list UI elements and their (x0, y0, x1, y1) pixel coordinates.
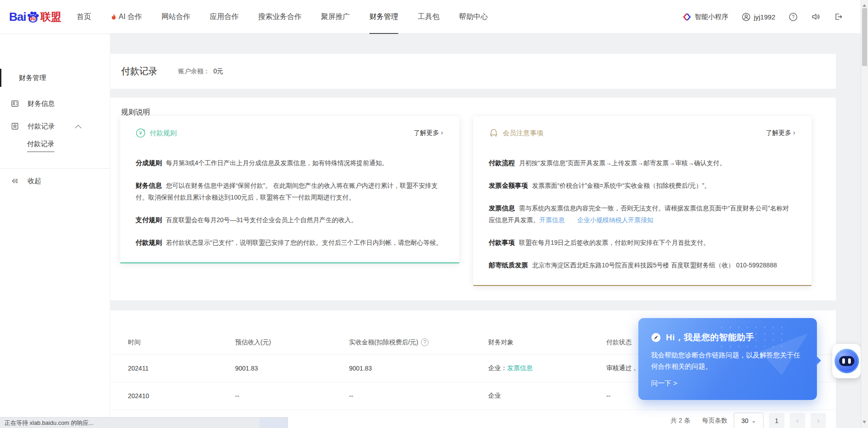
announcement-button[interactable] (811, 12, 820, 21)
rule-paragraph: 邮寄纸质发票北京市海淀区西北旺东路10号院百度科技园5号楼 百度联盟财务组（收）… (489, 259, 795, 271)
baidu-union-finance-page: Bai du 联盟 首页AI 合作网站合作应用合作搜索业务合作聚屏推广财务管理工… (0, 0, 868, 428)
current-page-button[interactable]: 1 (769, 413, 784, 428)
rule-paragraph-text: 月初按“发票信息”页面开具发票→上传发票→邮寄发票→审核→确认支付。 (519, 159, 726, 166)
status-text: 正在等待 xlab.baidu.com 的响应... (5, 419, 94, 427)
sidebar-item-label: 财务信息 (28, 100, 55, 108)
scroll-up-arrow-icon[interactable] (863, 2, 866, 7)
browser-status-bar: 正在等待 xlab.baidu.com 的响应... (0, 417, 288, 428)
balance-label: 账户余额： (178, 67, 210, 76)
sidebar-divider (0, 168, 110, 169)
sidebar-subitem-0[interactable]: 付款记录 (0, 138, 110, 154)
rule-paragraph-text: 每月第3或4个工作日产出上月分成信息及发票信息，如有特殊情况将提前通知。 (166, 159, 388, 166)
chevron-right-icon: › (441, 129, 443, 136)
nav-item-8[interactable]: 帮助中心 (459, 0, 488, 34)
balance-value: 0元 (213, 67, 223, 76)
main-nav: 首页AI 合作网站合作应用合作搜索业务合作聚屏推广财务管理工具包帮助中心 (76, 0, 507, 34)
per-page-select[interactable]: 30 ⌄ (734, 413, 764, 428)
cell-finance-target: 企业：发票信息 (488, 364, 606, 372)
rule-paragraph-text: 联盟在每月19日之后签收的发票，付款时间安排在下个月首批支付。 (519, 239, 710, 246)
nav-item-4[interactable]: 搜索业务合作 (258, 0, 302, 34)
table-column-header-1: 预估收入(元) (235, 338, 349, 347)
miniprogram-entry[interactable]: 智能小程序 (683, 13, 728, 21)
cell-finance-target: 企业 (488, 392, 606, 400)
rule-paragraph-label: 发票金额事项 (489, 182, 528, 189)
rule-card-title: 会员注意事项 (503, 129, 543, 138)
rule-paragraph-text: 您可以在财务信息中选择“保留付款”。 在此期间您产生的收入将在账户内进行累计，联… (136, 182, 438, 201)
flame-icon (110, 13, 117, 21)
learn-more-link[interactable]: 了解更多› (414, 129, 443, 137)
collapse-label: 收起 (28, 177, 41, 185)
next-page-button[interactable]: › (811, 413, 826, 428)
topbar-right: 智能小程序 jyj1992 ? (669, 12, 843, 21)
total-count-label: 共 2 条 (670, 417, 690, 425)
sidebar: 财务管理 财务信息付款记录付款记录 收起 (0, 34, 110, 428)
nav-item-6[interactable]: 财务管理 (369, 0, 398, 34)
rule-paragraph: 财务信息您可以在财务信息中选择“保留付款”。 在此期间您产生的收入将在账户内进行… (136, 180, 443, 203)
compass-icon (651, 333, 661, 342)
sidebar-item-label: 付款记录 (28, 122, 55, 131)
vertical-scrollbar[interactable] (861, 0, 868, 428)
rule-card-header: ¥付款规则了解更多› (136, 128, 443, 138)
nav-item-label: 工具包 (418, 12, 439, 22)
nav-item-3[interactable]: 应用合作 (210, 0, 239, 34)
rule-paragraph-label: 支付规则 (136, 216, 162, 224)
logo-bai-text: Bai (9, 10, 26, 24)
learn-more-link[interactable]: 了解更多› (766, 129, 795, 137)
rule-card-header: 会员注意事项了解更多› (489, 128, 795, 138)
page-title: 付款记录 (121, 65, 157, 77)
rule-paragraph: 发票信息需与系统内发票信息内容完全一致，否则无法支付。请根据发票信息页面中“百度… (489, 202, 795, 226)
nav-item-2[interactable]: 网站合作 (161, 0, 190, 34)
rule-inline-link[interactable]: 企业小规模纳税人开票须知 (577, 216, 653, 224)
sidebar-items: 财务信息付款记录付款记录 (0, 92, 110, 154)
bell-icon (489, 128, 499, 138)
nav-item-7[interactable]: 工具包 (418, 0, 439, 34)
table-column-label: 实收金额(扣除税费后/元) (349, 338, 418, 346)
rule-paragraph-label: 付款流程 (489, 159, 515, 166)
help-button[interactable]: ? (789, 13, 797, 21)
logout-button[interactable] (834, 12, 843, 21)
collapse-icon (11, 177, 19, 185)
per-page-value: 30 (741, 417, 749, 424)
nav-item-0[interactable]: 首页 (76, 0, 91, 34)
assistant-ask-link[interactable]: 问一下 > (638, 372, 817, 388)
sidebar-section-finance[interactable]: 财务管理 (0, 69, 110, 87)
nav-item-5[interactable]: 聚屏推广 (321, 0, 350, 34)
assistant-title: Hi，我是您的智能助手 (666, 332, 755, 343)
rules-section-card: 规则说明 ¥付款规则了解更多›分成规则每月第3或4个工作日产出上月分成信息及发票… (110, 98, 836, 300)
rule-inline-link[interactable]: 开票信息 (539, 216, 565, 224)
table-column-header-0: 时间 (128, 338, 235, 347)
cell-received-amount: -- (349, 392, 488, 399)
table-column-header-2: 实收金额(扣除税费后/元)? (349, 338, 488, 347)
rule-paragraph-text: 北京市海淀区西北旺东路10号院百度科技园5号楼 百度联盟财务组（收） 010-5… (532, 262, 777, 269)
sidebar-item-0[interactable]: 财务信息 (0, 92, 110, 115)
assistant-header: Hi，我是您的智能助手 ✕ (638, 318, 817, 343)
sidebar-collapse-button[interactable]: 收起 (0, 170, 110, 192)
chevron-up-icon (75, 125, 81, 131)
logo-union-text: 联盟 (40, 10, 61, 24)
payment-record-icon (11, 122, 19, 130)
invoice-info-link[interactable]: 发票信息 (507, 364, 533, 371)
miniprogram-label: 智能小程序 (694, 13, 728, 21)
rule-paragraph-text: 百度联盟会在每月20号—31号支付企业会员上个自然月产生的收入。 (166, 216, 357, 224)
per-page-label: 每页条数 (702, 417, 727, 425)
logo-du-text: du (29, 15, 36, 22)
scroll-down-arrow-icon[interactable] (863, 421, 866, 425)
sidebar-item-1[interactable]: 付款记录 (0, 115, 110, 138)
user-account[interactable]: jyj1992 (742, 13, 775, 21)
rule-card-1: 会员注意事项了解更多›付款流程月初按“发票信息”页面开具发票→上传发票→邮寄发票… (473, 116, 811, 286)
cell-estimated-income: 9001.83 (235, 365, 349, 372)
svg-text:¥: ¥ (139, 130, 142, 136)
chevron-down-icon: ⌄ (751, 418, 756, 424)
user-icon (742, 13, 750, 21)
scrollbar-thumb[interactable] (862, 8, 867, 66)
baidu-union-logo[interactable]: Bai du 联盟 (9, 10, 61, 24)
nav-item-1[interactable]: AI 合作 (110, 0, 142, 34)
help-icon[interactable]: ? (421, 338, 429, 346)
robot-icon (835, 349, 859, 373)
assistant-robot-button[interactable] (832, 344, 861, 378)
finance-target-text: 企业： (488, 364, 507, 371)
coin-icon: ¥ (136, 128, 146, 138)
prev-page-button[interactable]: ‹ (790, 413, 805, 428)
cell-time: 202410 (128, 392, 235, 399)
rule-paragraph-label: 付款事项 (489, 239, 515, 246)
